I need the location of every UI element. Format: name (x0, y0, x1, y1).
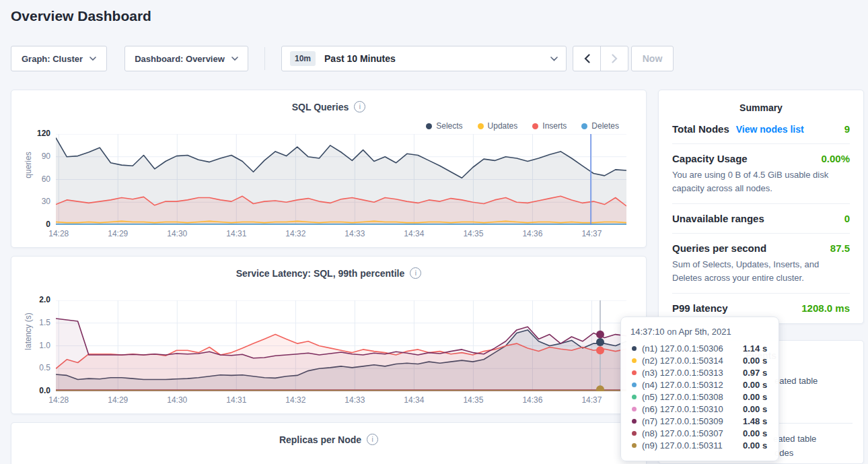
tooltip-node-label: (n4) 127.0.0.1:50312 (642, 380, 743, 390)
event-text-fragment: eated table (773, 434, 816, 444)
summary-row-value: 0.00% (821, 153, 850, 164)
sql-queries-plot[interactable]: 030609012014:2814:2914:3014:3114:3214:33… (56, 134, 626, 225)
tooltip-node-label: (n7) 127.0.0.1:50309 (642, 416, 743, 426)
legend-label: Deletes (591, 121, 619, 131)
y-axis-tick: 120 (26, 129, 50, 138)
graph-dropdown[interactable]: Graph: Cluster (11, 46, 107, 71)
x-axis-tick: 14:36 (517, 229, 547, 238)
x-axis-tick: 14:32 (281, 229, 310, 238)
tooltip-node-value: 1.14 s (743, 343, 767, 354)
dashboard-dropdown[interactable]: Dashboard: Overview (124, 46, 248, 71)
legend-label: Inserts (542, 121, 567, 131)
y-axis-tick: 60 (26, 174, 50, 184)
service-latency-card: Service Latency: SQL, 99th percentile la… (11, 256, 647, 414)
tooltip-node-label: (n2) 127.0.0.1:50314 (642, 356, 743, 366)
tooltip-row: (n3) 127.0.0.1:503130.97 s (630, 366, 769, 378)
x-axis-tick: 14:36 (517, 395, 547, 405)
tooltip-row: (n9) 127.0.0.1:503110.00 s (630, 439, 769, 451)
summary-row: Capacity Usage0.00%You are using 0 B of … (672, 144, 850, 204)
service-latency-plot[interactable]: 0.00.51.01.52.014:2814:2914:3014:3114:32… (56, 300, 626, 391)
tooltip-row: (n4) 127.0.0.1:503120.00 s (630, 378, 769, 391)
time-prev-button[interactable] (573, 46, 600, 71)
x-axis-tick: 14:29 (103, 229, 133, 238)
summary-row-value: 87.5 (830, 242, 850, 254)
x-axis-tick: 14:30 (162, 229, 192, 238)
tooltip-node-value: 0.00 s (743, 356, 767, 366)
sql-legend: SelectsUpdatesInsertsDeletes (426, 121, 619, 131)
x-axis-tick: 14:34 (399, 395, 429, 405)
x-axis-tick: 14:30 (162, 395, 192, 405)
y-axis-tick: 90 (26, 152, 50, 161)
series-dot-icon (632, 395, 637, 399)
view-nodes-link[interactable]: View nodes list (736, 124, 804, 135)
tooltip-node-value: 0.00 s (743, 440, 767, 451)
x-axis-tick: 14:37 (577, 395, 606, 405)
legend-item-updates[interactable]: Updates (478, 121, 518, 131)
info-icon[interactable] (354, 101, 365, 112)
chart-title: SQL Queries (292, 102, 349, 112)
legend-item-selects[interactable]: Selects (426, 121, 462, 131)
legend-item-inserts[interactable]: Inserts (532, 121, 567, 131)
series-dot-icon (632, 419, 637, 424)
page-title: Overview Dashboard (11, 8, 151, 24)
y-axis-tick: 0.0 (26, 386, 50, 395)
tooltip-node-label: (n3) 127.0.0.1:50313 (642, 368, 743, 378)
summary-row: Total NodesView nodes list9 (672, 114, 850, 144)
x-axis-tick: 14:28 (44, 395, 73, 405)
chart-hover-tooltip: 14:37:10 on Apr 5th, 2021 (n1) 127.0.0.1… (620, 317, 779, 461)
tooltip-node-label: (n8) 127.0.0.1:50307 (642, 428, 743, 438)
summary-row-description: Sum of Selects, Updates, Inserts, and De… (672, 258, 850, 284)
series-dot-icon (632, 370, 637, 375)
info-icon[interactable] (410, 267, 421, 279)
tooltip-row: (n1) 127.0.0.1:503061.14 s (630, 342, 769, 354)
tooltip-node-value: 0.97 s (743, 368, 767, 378)
chevron-right-icon (612, 54, 618, 63)
summary-row-label: Total Nodes (672, 123, 729, 135)
summary-row-label: Capacity Usage (672, 153, 748, 164)
chevron-down-icon (89, 57, 96, 61)
y-axis-tick: 2.0 (26, 295, 50, 304)
x-axis-tick: 14:35 (458, 229, 488, 238)
series-dot-icon (632, 431, 637, 436)
tooltip-node-value: 0.00 s (743, 392, 767, 402)
series-dot-icon (632, 407, 637, 411)
series-dot-icon (632, 358, 637, 363)
y-axis-tick: 1.0 (26, 341, 50, 350)
now-button[interactable]: Now (631, 46, 674, 71)
chevron-down-icon (550, 57, 558, 61)
time-next-button[interactable] (600, 46, 628, 71)
y-axis-tick: 30 (26, 197, 50, 206)
y-axis-label: queries (24, 135, 33, 195)
dashboard-dropdown-label: Dashboard: Overview (135, 54, 225, 64)
tooltip-node-value: 0.00 s (743, 404, 767, 414)
time-range-selector[interactable]: 10m Past 10 Minutes (281, 46, 567, 71)
x-axis-tick: 14:34 (399, 229, 429, 238)
series-dot-icon (632, 383, 637, 387)
chart-title: Service Latency: SQL, 99th percentile (236, 268, 405, 279)
series-dot-icon (632, 346, 637, 351)
series-dot-icon (632, 443, 637, 448)
tooltip-row: (n6) 127.0.0.1:503100.00 s (630, 403, 769, 415)
summary-row-value: 9 (844, 123, 850, 135)
legend-dot-icon (426, 123, 432, 129)
info-icon[interactable] (367, 434, 378, 445)
summary-title: Summary (659, 102, 863, 113)
x-axis-tick: 14:33 (340, 395, 369, 405)
chart-title: Replicas per Node (279, 434, 361, 445)
x-axis-tick: 14:29 (103, 395, 133, 405)
tooltip-timestamp: 14:37:10 on Apr 5th, 2021 (630, 327, 769, 337)
sql-queries-card: SQL Queries SelectsUpdatesInsertsDeletes… (11, 90, 647, 248)
summary-card: Summary Total NodesView nodes list9Capac… (658, 90, 864, 324)
event-text-fragment: eated table (774, 376, 818, 386)
x-axis-tick: 14:33 (340, 229, 369, 238)
tooltip-node-label: (n5) 127.0.0.1:50308 (642, 392, 743, 402)
summary-row-label: Queries per second (672, 242, 766, 254)
summary-row: Unavailable ranges0 (672, 204, 850, 234)
tooltip-node-value: 0.00 s (743, 428, 767, 438)
legend-item-deletes[interactable]: Deletes (581, 121, 619, 131)
y-axis-tick: 0.5 (26, 363, 50, 372)
legend-label: Updates (488, 121, 518, 131)
tooltip-node-label: (n9) 127.0.0.1:50311 (642, 440, 743, 451)
tooltip-row: (n7) 127.0.0.1:503091.48 s (630, 415, 769, 427)
time-range-label: Past 10 Minutes (324, 53, 396, 64)
